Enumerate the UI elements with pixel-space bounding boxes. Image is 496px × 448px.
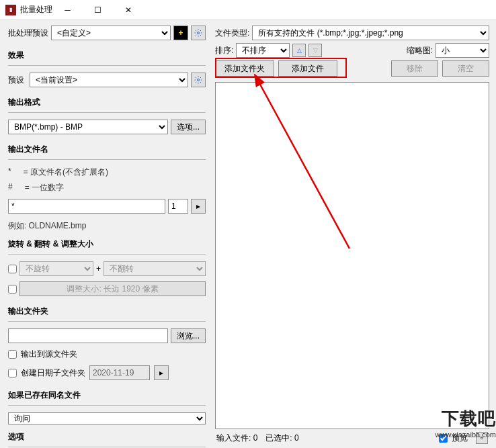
rotate-checkbox[interactable] xyxy=(8,265,17,273)
filename-title: 输出文件名 xyxy=(8,144,206,155)
settings-button[interactable] xyxy=(191,26,206,40)
example-value: OLDNAME.bmp xyxy=(28,221,86,230)
rotate-select[interactable]: 不旋转 xyxy=(19,261,93,276)
effects-preset-select[interactable]: <当前设置> xyxy=(30,73,188,87)
date-folder-checkbox[interactable] xyxy=(8,369,17,377)
exists-title: 如果已存在同名文件 xyxy=(8,390,206,401)
app-icon: ▮ xyxy=(5,5,16,15)
filename-input[interactable] xyxy=(8,199,165,214)
close-button[interactable]: ✕ xyxy=(113,0,143,19)
minimize-button[interactable]: ─ xyxy=(52,0,83,19)
preview-expand-button[interactable]: ▫ xyxy=(476,432,488,444)
resize-button[interactable]: 调整大小: 长边 1920 像素 xyxy=(19,281,206,296)
titlebar: ▮ 批量处理 ─ ☐ ✕ xyxy=(0,0,496,20)
add-file-button[interactable]: 添加文件 xyxy=(278,60,337,77)
clear-button[interactable]: 清空 xyxy=(442,60,489,77)
plus-label: + xyxy=(96,264,101,273)
status-selected: 已选中: 0 xyxy=(265,433,298,444)
left-panel: 批处理预设 <自定义> + 效果 预设 <当前设置> 输出格式 BMP(*.bm… xyxy=(0,20,211,448)
sort-select[interactable]: 不排序 xyxy=(236,43,290,58)
format-select[interactable]: BMP(*.bmp) - BMP xyxy=(8,120,168,134)
thumb-label: 缩略图: xyxy=(407,45,433,56)
add-folder-button[interactable]: 添加文件夹 xyxy=(215,60,274,77)
date-input[interactable] xyxy=(89,365,150,380)
filename-menu-button[interactable]: ▸ xyxy=(191,199,206,214)
thumb-select[interactable]: 小 xyxy=(436,43,489,58)
hint-star-txt: = 原文件名(不含扩展名) xyxy=(24,167,108,178)
sort-desc-button[interactable]: ▽ xyxy=(308,44,322,57)
opts-title: 选项 xyxy=(8,431,206,443)
date-menu-button[interactable]: ▸ xyxy=(154,365,169,380)
browse-button[interactable]: 浏览... xyxy=(171,328,206,343)
exists-select[interactable]: 询问 xyxy=(8,412,206,424)
maximize-button[interactable]: ☐ xyxy=(83,0,113,19)
effects-title: 效果 xyxy=(8,50,206,61)
status-files: 输入文件: 0 xyxy=(216,433,257,444)
format-title: 输出格式 xyxy=(8,97,206,108)
folder-title: 输出文件夹 xyxy=(8,306,206,317)
example-label: 例如: xyxy=(8,221,26,230)
filetype-label: 文件类型: xyxy=(215,28,249,39)
preview-checkbox[interactable] xyxy=(439,434,448,443)
format-options-button[interactable]: 选项... xyxy=(171,120,206,134)
preset-label: 批处理预设 xyxy=(8,28,48,39)
sort-label: 排序: xyxy=(215,45,233,56)
preset-select[interactable]: <自定义> xyxy=(51,26,171,40)
svg-point-0 xyxy=(198,32,200,34)
resize-checkbox[interactable] xyxy=(8,285,17,294)
hint-star-sym: * xyxy=(8,167,11,178)
file-list[interactable] xyxy=(215,82,489,429)
preview-label: 预览 xyxy=(452,433,468,444)
effects-preset-label: 预设 xyxy=(8,75,27,86)
add-preset-button[interactable]: + xyxy=(173,26,188,40)
gear-icon xyxy=(194,76,202,84)
effects-settings-button[interactable] xyxy=(191,73,206,87)
right-panel: 文件类型: 所有支持的文件 (*.bmp;*.jpg;*.jpeg;*.png … xyxy=(211,20,496,448)
date-folder-label: 创建日期子文件夹 xyxy=(21,367,85,379)
output-source-label: 输出到源文件夹 xyxy=(21,349,77,360)
gear-icon xyxy=(194,29,202,37)
remove-button[interactable]: 移除 xyxy=(391,60,438,77)
transform-title: 旋转 & 翻转 & 调整大小 xyxy=(8,238,206,250)
filetype-select[interactable]: 所有支持的文件 (*.bmp;*.jpg;*.jpeg;*.png xyxy=(252,26,489,40)
filename-num-input[interactable] xyxy=(168,199,188,214)
output-source-checkbox[interactable] xyxy=(8,350,17,359)
window-title: 批量处理 xyxy=(20,4,52,15)
hint-hash-txt: = 一位数字 xyxy=(25,182,64,193)
svg-point-1 xyxy=(198,79,200,81)
flip-select[interactable]: 不翻转 xyxy=(104,261,206,276)
sort-asc-button[interactable]: △ xyxy=(292,44,306,57)
folder-input[interactable] xyxy=(8,328,168,343)
hint-hash-sym: # xyxy=(8,182,13,193)
